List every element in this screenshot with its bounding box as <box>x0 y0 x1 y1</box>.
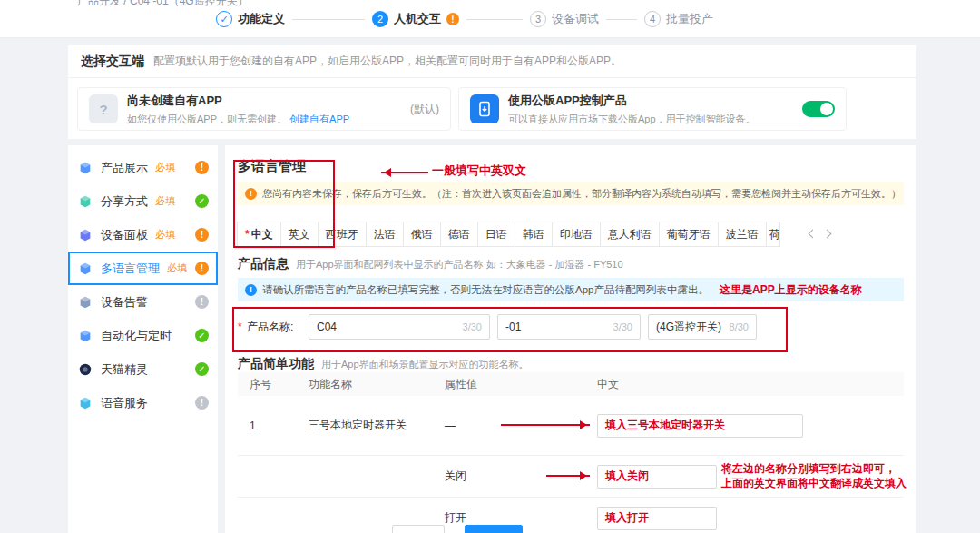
step-number: 4 <box>644 11 661 27</box>
device-panel-icon <box>77 227 93 243</box>
required-tag: 必填 <box>155 161 175 174</box>
tab-clipped[interactable]: 荷 <box>766 222 780 247</box>
interaction-select-card: 选择交互端 配置项默认用于您创建的自有APP，如启用公版APP，相关配置可同时用… <box>68 45 916 139</box>
cell-chinese: 填入三号本地定时器开关 <box>597 414 904 438</box>
tab-label: 意大利语 <box>608 227 652 242</box>
tab-portuguese[interactable]: 葡萄牙语 <box>659 222 719 247</box>
sidebar-item-share-method[interactable]: 分享方式 必填 ✓ <box>68 184 218 218</box>
tab-label: 英文 <box>289 227 310 242</box>
sidebar-item-label: 自动化与定时 <box>101 328 172 344</box>
cell-attribute-value: 打开 <box>445 510 597 526</box>
chinese-translation-input[interactable]: 填入关闭 <box>597 465 717 489</box>
annotation-fill-text: 填入关闭 <box>605 469 649 484</box>
public-app-panel: 使用公版APP控制产品 可以直接从应用市场下载公版App，用于控制智能设备。 <box>458 87 847 131</box>
cell-chinese: 填入关闭 <box>597 465 904 489</box>
char-counter: 3/30 <box>613 321 632 332</box>
tab-label: 俄语 <box>411 227 433 242</box>
status-incomplete-icon: ! <box>195 295 209 309</box>
public-app-title: 使用公版APP控制产品 <box>508 93 802 109</box>
tab-label: 法语 <box>374 227 396 242</box>
notice-text: 请确认所需语言的产品名称已填写完整，否则无法在对应语言的公版App产品待配网列表… <box>262 283 709 297</box>
step-mass-production[interactable]: 4 批量投产 <box>644 11 713 27</box>
sidebar-item-multilanguage[interactable]: 多语言管理 必填 ! <box>68 252 218 285</box>
create-own-app-link[interactable]: 创建自有APP <box>289 114 349 124</box>
table-row: 1 三号本地定时器开关 — 填入三号本地定时器开关 <box>238 396 904 456</box>
sidebar-item-product-display[interactable]: 产品展示 必填 ! <box>68 151 218 184</box>
section-title: 选择交互端 <box>81 54 144 70</box>
chinese-translation-input[interactable]: 填入三号本地定时器开关 <box>597 414 803 438</box>
stepper: ✓ 功能定义 2 人机交互 ! 3 设备调试 4 批量投产 <box>216 11 713 27</box>
cell-function-name: 三号本地定时器开关 <box>309 418 445 433</box>
product-info-title: 产品信息 <box>238 256 289 272</box>
language-name-notice-bar: ! 请确认所需语言的产品名称已填写完整，否则无法在对应语言的公版App产品待配网… <box>238 278 904 301</box>
top-bar: 产品开发 / C04 -01（4G遥控开关） ✓ 功能定义 2 人机交互 ! 3… <box>0 0 980 38</box>
language-tabs: *中文 英文 西班牙 法语 俄语 德语 日语 韩语 印地语 意大利语 葡萄牙语 … <box>238 222 780 247</box>
required-tag: 必填 <box>155 194 175 208</box>
tab-spanish[interactable]: 西班牙 <box>318 222 367 247</box>
tab-korean[interactable]: 韩语 <box>514 222 553 247</box>
product-display-icon <box>77 160 93 176</box>
sidebar-item-label: 天猫精灵 <box>101 361 148 378</box>
tab-label: 中文 <box>251 227 273 242</box>
annotation-device-name-note: 这里是APP上显示的设备名称 <box>720 282 862 298</box>
tab-polish[interactable]: 波兰语 <box>718 222 767 247</box>
automation-timing-icon <box>77 328 93 344</box>
tab-chinese[interactable]: *中文 <box>237 222 281 247</box>
cancel-button[interactable] <box>392 525 445 533</box>
product-name-row: * 产品名称: C043/30 -013/30 (4G遥控开关)8/30 <box>238 314 764 340</box>
tab-hindi[interactable]: 印地语 <box>552 222 601 247</box>
input-value: -01 <box>505 321 610 333</box>
chinese-translation-input[interactable]: 填入打开 <box>597 507 717 530</box>
tab-italian[interactable]: 意大利语 <box>600 222 660 247</box>
tab-japanese[interactable]: 日语 <box>477 222 515 247</box>
sidebar-item-label: 设备面板 <box>101 227 148 243</box>
status-incomplete-icon: ! <box>195 396 209 410</box>
table-header-row: 序号 功能名称 属性值 中文 <box>238 372 904 396</box>
public-app-icon <box>470 94 499 123</box>
step-function-definition[interactable]: ✓ 功能定义 <box>216 11 285 27</box>
tab-french[interactable]: 法语 <box>366 222 404 247</box>
table-row: 打开 填入打开 <box>238 498 904 533</box>
sidebar-item-device-alert[interactable]: 设备告警 ! <box>68 285 218 319</box>
tab-label: 德语 <box>448 227 470 242</box>
annotation-fill-text: 填入三号本地定时器开关 <box>605 418 725 433</box>
tab-english[interactable]: 英文 <box>280 222 318 247</box>
tab-german[interactable]: 德语 <box>440 222 478 247</box>
own-app-panel: ? 尚未创建自有APP 如您仅使用公版APP，则无需创建。 创建自有APP (默… <box>77 87 451 131</box>
step-human-machine-interaction[interactable]: 2 人机交互 ! <box>372 11 459 27</box>
step-label: 设备调试 <box>552 11 599 27</box>
config-sidebar: 产品展示 必填 ! 分享方式 必填 ✓ 设备面板 必填 ! 多语言管理 必填 !… <box>68 145 218 533</box>
warning-text: 您尚有内容未保存，保存后方可生效。（注：首次进入该页面会追加属性，部分翻译内容为… <box>262 187 901 201</box>
cell-attribute-value: 关闭 <box>445 469 597 484</box>
step-device-debug[interactable]: 3 设备调试 <box>530 11 599 27</box>
char-counter: 3/30 <box>463 321 482 332</box>
status-done-icon: ✓ <box>195 329 209 342</box>
cell-attribute-value: — <box>445 419 597 432</box>
tab-label: 荷 <box>769 227 780 242</box>
product-name-input-2[interactable]: -013/30 <box>497 314 641 340</box>
status-done-icon: ✓ <box>195 362 209 376</box>
product-name-input-1[interactable]: C043/30 <box>309 314 490 340</box>
required-mark: * <box>238 321 242 333</box>
breadcrumb: 产品开发 / C04 -01（4G遥控开关） <box>77 0 249 9</box>
multilanguage-icon <box>77 261 93 277</box>
toggle-knob <box>820 103 833 115</box>
public-app-subtitle: 可以直接从应用市场下载公版App，用于控制智能设备。 <box>508 113 802 126</box>
tabs-scroll-left-icon[interactable] <box>808 230 818 239</box>
tab-label: 波兰语 <box>726 227 759 242</box>
sidebar-item-tmall-genie[interactable]: 天猫精灵 ✓ <box>68 352 218 386</box>
step-warning-badge-icon: ! <box>446 13 459 25</box>
status-warning-icon: ! <box>195 262 209 275</box>
step-connector <box>466 19 523 20</box>
sidebar-item-device-panel[interactable]: 设备面板 必填 ! <box>68 218 218 252</box>
tabs-scroll-right-icon[interactable] <box>823 230 832 239</box>
sidebar-item-automation-timing[interactable]: 自动化与定时 ✓ <box>68 319 218 352</box>
default-tag: (默认) <box>410 102 439 117</box>
sidebar-item-voice-service[interactable]: 语音服务 ! <box>68 386 218 419</box>
product-name-input-3[interactable]: (4G遥控开关)8/30 <box>648 314 757 340</box>
public-app-toggle[interactable] <box>802 101 835 117</box>
save-button[interactable] <box>465 525 523 533</box>
tab-russian[interactable]: 俄语 <box>403 222 441 247</box>
unsaved-warning-bar: ! 您尚有内容未保存，保存后方可生效。（注：首次进入该页面会追加属性，部分翻译内… <box>238 182 904 205</box>
product-name-label: * 产品名称: <box>238 320 309 335</box>
